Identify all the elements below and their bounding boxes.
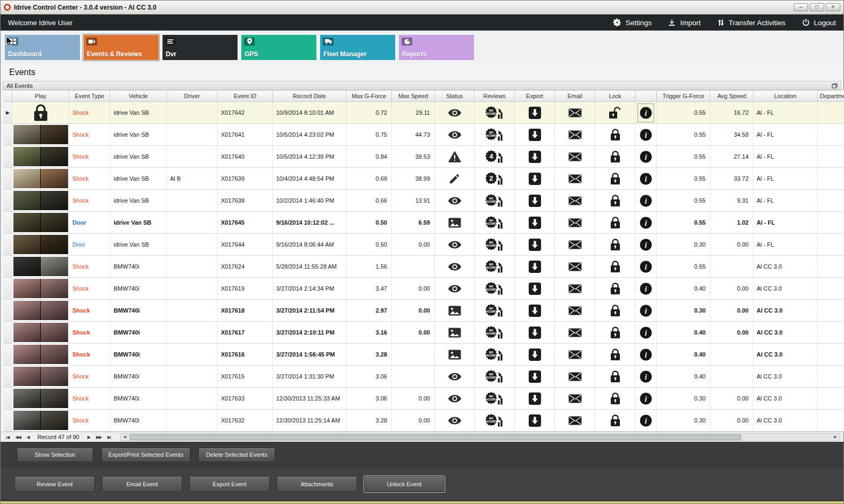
horizontal-scrollbar[interactable]: ◀ ▶ — [120, 433, 840, 441]
email-icon[interactable] — [568, 262, 582, 271]
nav-next-page-button[interactable]: ▶▶ — [94, 435, 103, 440]
table-row[interactable]: ShockBMW740iX0176153/27/2014 1:31:30 PM3… — [4, 366, 844, 388]
lock-icon[interactable] — [610, 370, 620, 383]
score-badge-icon[interactable]: 4 — [485, 150, 504, 164]
event-thumbnail[interactable] — [13, 257, 68, 276]
eye-icon[interactable] — [448, 109, 462, 117]
info-icon[interactable]: i — [640, 349, 652, 361]
export-icon[interactable] — [529, 129, 541, 141]
lock-icon[interactable] — [610, 151, 620, 163]
column-header-email[interactable]: Email — [555, 90, 595, 102]
email-event-button[interactable]: Email Event — [102, 476, 182, 492]
column-header-department[interactable]: Department — [818, 90, 844, 102]
column-header-location[interactable]: Location — [753, 90, 818, 102]
review-event-button[interactable]: Review Event — [14, 476, 95, 492]
info-icon[interactable]: i — [640, 370, 652, 383]
info-icon[interactable]: i — [640, 151, 652, 163]
info-icon[interactable]: i — [640, 327, 652, 339]
no-score-badge-icon[interactable]: NOSCORE — [485, 413, 504, 427]
no-score-badge-icon[interactable]: NOSCORE — [485, 194, 504, 207]
export-icon[interactable] — [529, 283, 541, 295]
export-icon[interactable] — [529, 327, 541, 339]
info-icon[interactable]: i — [640, 195, 652, 207]
column-header-event-id[interactable]: Event ID — [218, 90, 273, 102]
photo-icon[interactable] — [448, 328, 461, 338]
email-icon[interactable] — [568, 372, 582, 381]
email-icon[interactable] — [568, 306, 582, 315]
table-row[interactable]: Shockidrive Van SBX01764110/5/2014 4:23:… — [4, 124, 844, 146]
table-row[interactable]: Shockidrive Van SBX01763810/2/2014 1:46:… — [4, 190, 844, 212]
column-header-vehicle[interactable]: Vehicle — [110, 90, 167, 102]
no-score-badge-icon[interactable]: NOSCORE — [485, 128, 504, 142]
export-icon[interactable] — [529, 392, 541, 405]
nav-prev-button[interactable]: ◀ — [25, 435, 32, 440]
nav-tile-events-reviews[interactable]: Events & Reviews — [84, 35, 159, 60]
minimize-button[interactable]: – — [794, 3, 808, 11]
email-icon[interactable] — [568, 328, 582, 337]
export-icon[interactable] — [529, 195, 541, 207]
column-header-record-date[interactable]: Record Date — [273, 90, 346, 102]
info-icon[interactable]: i — [640, 305, 652, 317]
no-score-badge-icon[interactable]: NOSCORE — [485, 281, 504, 295]
table-row[interactable]: ▶Shockidrive Van SBX01764210/9/2014 8:10… — [4, 102, 844, 124]
email-icon[interactable] — [568, 196, 582, 205]
lock-icon[interactable] — [610, 195, 620, 207]
eye-icon[interactable] — [448, 263, 462, 271]
email-icon[interactable] — [568, 174, 582, 183]
no-score-badge-icon[interactable]: NOSCORE — [485, 325, 504, 339]
export-icon[interactable] — [529, 370, 541, 383]
export-icon[interactable] — [529, 239, 541, 251]
no-score-badge-icon[interactable]: NOSCORE — [485, 391, 504, 405]
event-thumbnail[interactable] — [13, 411, 68, 430]
lock-icon[interactable] — [610, 239, 620, 251]
lock-icon[interactable] — [610, 283, 620, 295]
lock-icon[interactable] — [610, 305, 620, 317]
eye-icon[interactable] — [448, 373, 462, 381]
maximize-button[interactable]: □ — [810, 3, 824, 11]
info-icon[interactable]: i — [640, 239, 652, 251]
settings-button[interactable]: Settings — [612, 18, 652, 27]
eye-icon[interactable] — [448, 417, 462, 425]
email-icon[interactable] — [568, 218, 582, 227]
nav-last-button[interactable]: ▶| — [105, 435, 113, 440]
photo-icon[interactable] — [448, 350, 461, 360]
event-thumbnail[interactable] — [13, 345, 68, 364]
export-icon[interactable] — [529, 261, 541, 273]
eye-icon[interactable] — [448, 197, 462, 205]
event-thumbnail[interactable] — [13, 213, 68, 232]
scrollbar-thumb[interactable] — [130, 434, 741, 440]
event-thumbnail[interactable] — [13, 323, 68, 342]
info-icon[interactable]: i — [640, 283, 652, 295]
info-icon[interactable]: i — [640, 217, 652, 229]
export-event-button[interactable]: Export Event — [189, 476, 270, 492]
show-selection-button[interactable]: Show Selection — [17, 448, 93, 462]
event-thumbnail[interactable] — [13, 389, 68, 408]
column-header-trigger-g-force[interactable]: Trigger G-Force — [657, 90, 710, 102]
table-row[interactable]: ShockBMW740iX0176183/27/2014 2:11:54 PM2… — [4, 300, 844, 322]
table-row[interactable]: Shockidrive Van SBAl BX01763910/4/2014 4… — [4, 168, 844, 190]
event-thumbnail[interactable] — [13, 147, 68, 166]
lock-icon[interactable] — [610, 392, 620, 405]
email-icon[interactable] — [568, 108, 582, 117]
expand-panel-icon[interactable] — [832, 83, 838, 88]
delete-selected-button[interactable]: Delete Selected Events — [198, 448, 275, 462]
attachments-button[interactable]: Attachments — [277, 476, 357, 492]
export-icon[interactable] — [529, 349, 541, 361]
photo-icon[interactable] — [448, 218, 461, 228]
eye-icon[interactable] — [448, 131, 462, 139]
column-header-event-type[interactable]: Event Type — [69, 90, 110, 102]
export-icon[interactable] — [529, 173, 541, 185]
export-icon[interactable] — [529, 151, 541, 163]
table-row[interactable]: ShockBMW740iX0176193/27/2014 2:14:34 PM3… — [4, 278, 844, 300]
column-header-status[interactable]: Status — [435, 90, 475, 102]
no-score-badge-icon[interactable]: NOSCORE — [485, 347, 504, 361]
export-icon[interactable] — [529, 414, 541, 427]
table-row[interactable]: ShockBMW740iX0176245/28/2014 11:55:28 AM… — [4, 256, 844, 278]
export-print-selected-button[interactable]: Export/Print Selected Events — [101, 448, 190, 462]
close-button[interactable]: × — [826, 3, 840, 11]
unlock-event-button[interactable]: Unlock Event — [364, 476, 445, 492]
table-row[interactable]: Shockidrive Van SBX01764010/5/2014 4:12:… — [4, 146, 844, 168]
no-score-badge-icon[interactable]: NOSCORE — [485, 303, 504, 317]
event-thumbnail[interactable] — [13, 169, 68, 188]
eye-icon[interactable] — [448, 395, 462, 403]
